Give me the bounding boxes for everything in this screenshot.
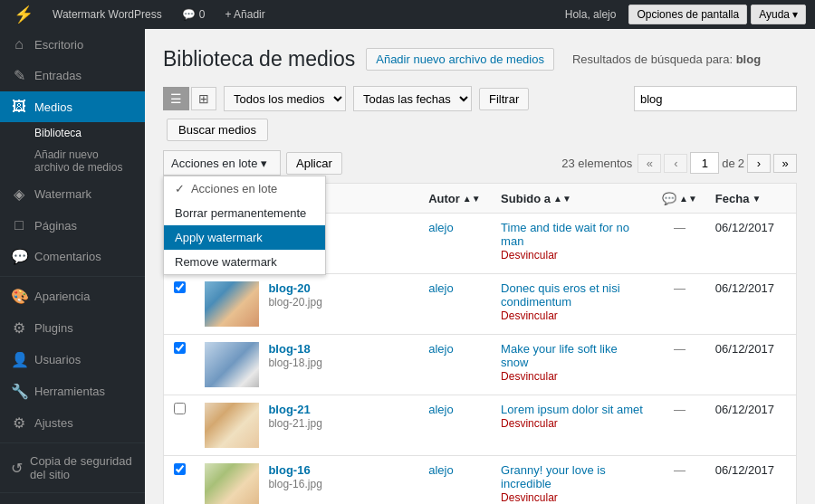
apply-bulk-action-button[interactable]: Aplicar	[286, 152, 342, 175]
sidebar-item-escritorio[interactable]: ⌂ Escritorio	[0, 29, 145, 60]
sidebar-item-comentarios[interactable]: 💬 Comentarios	[0, 241, 145, 272]
bulk-actions-menu: ✓ Acciones en lote Borrar permanentement…	[163, 176, 326, 275]
sort-comments-link[interactable]: 💬 ▲▼	[662, 192, 697, 205]
adminbar-add[interactable]: + Añadir	[216, 0, 273, 29]
row-parent-cell: Time and tide wait for no man Desvincula…	[492, 214, 653, 274]
author-link[interactable]: alejo	[428, 342, 453, 356]
adminbar-site[interactable]: Watermark WordPress	[43, 0, 171, 29]
screen-options-button[interactable]: Opciones de pantalla	[628, 5, 747, 24]
page-header: Biblioteca de medios Añadir nuevo archiv…	[163, 47, 797, 71]
search-media-button[interactable]: Buscar medios	[167, 119, 268, 141]
sidebar-item-ajustes[interactable]: ⚙ Ajustes	[0, 407, 145, 439]
help-button[interactable]: Ayuda ▾	[751, 5, 806, 24]
row-checkbox[interactable]	[174, 342, 186, 354]
last-page-button[interactable]: »	[773, 154, 797, 173]
search-keyword: blog	[736, 52, 761, 66]
sidebar-item-label: Watermark	[34, 187, 91, 201]
author-link[interactable]: alejo	[428, 463, 453, 477]
bulk-action-item-acciones[interactable]: ✓ Acciones en lote	[164, 176, 325, 201]
table-row: blog-18 blog-18.jpg alejo Make your life…	[164, 335, 797, 395]
desvincular-link[interactable]: Desvincular	[501, 370, 558, 383]
row-date-cell: 06/12/2017	[706, 395, 797, 456]
grid-view-button[interactable]: ⊞	[191, 87, 216, 110]
bulk-action-item-borrar[interactable]: Borrar permanentemente	[164, 201, 325, 225]
sort-autor-link[interactable]: Autor ▲▼	[428, 192, 483, 205]
desvincular-link[interactable]: Desvincular	[501, 309, 558, 322]
sidebar-item-medios[interactable]: 🖼 Medios	[0, 91, 145, 122]
parent-title-link[interactable]: Lorem ipsum dolor sit amet	[501, 403, 643, 416]
col-autor: Autor ▲▼	[419, 184, 492, 214]
bulk-actions-select[interactable]: Acciones en lote ▾	[163, 150, 281, 176]
author-link[interactable]: alejo	[428, 281, 453, 295]
sort-icon-3: ▲▼	[679, 194, 697, 204]
media-name-link[interactable]: blog-18	[268, 342, 310, 356]
row-comments-cell: —	[653, 214, 706, 274]
desvincular-link[interactable]: Desvincular	[501, 491, 558, 504]
wp-logo[interactable]: ⚡	[9, 0, 38, 29]
next-page-button[interactable]: ›	[747, 154, 771, 173]
bulk-action-item-apply-watermark[interactable]: Apply watermark	[164, 225, 325, 250]
desvincular-link[interactable]: Desvincular	[501, 417, 558, 430]
media-name-link[interactable]: blog-20	[268, 281, 310, 295]
sidebar-item-usuarios[interactable]: 👤 Usuarios	[0, 344, 145, 376]
sort-subido-link[interactable]: Subido a ▲▼	[501, 192, 644, 205]
row-author-cell: alejo	[419, 456, 492, 505]
list-view-button[interactable]: ☰	[163, 87, 189, 110]
row-parent-cell: Lorem ipsum dolor sit amet Desvincular	[492, 395, 653, 456]
row-checkbox-cell	[164, 456, 197, 505]
sidebar-subitem-biblioteca[interactable]: Biblioteca	[0, 122, 145, 144]
row-checkbox[interactable]	[174, 281, 186, 293]
parent-title-link[interactable]: Make your life soft like snow	[501, 342, 618, 369]
filter-button[interactable]: Filtrar	[479, 88, 529, 110]
bulk-action-item-remove-watermark[interactable]: Remove watermark	[164, 250, 325, 274]
media-filename: blog-21.jpg	[268, 417, 321, 430]
backup-icon: ↺	[11, 460, 23, 477]
filter-media-select[interactable]: Todos los medios	[224, 86, 346, 111]
page-of-text: de	[722, 157, 734, 170]
row-checkbox[interactable]	[174, 403, 186, 414]
collapse-menu-button[interactable]: ◄ Cerrar menú	[0, 497, 145, 504]
sidebar-item-plugins[interactable]: ⚙ Plugins	[0, 312, 145, 344]
media-name-link[interactable]: blog-21	[268, 403, 310, 416]
author-link[interactable]: alejo	[428, 403, 453, 416]
row-media-cell: blog-21 blog-21.jpg	[196, 395, 419, 456]
prev-page-button[interactable]: ‹	[664, 154, 687, 173]
media-name-link[interactable]: blog-16	[268, 463, 310, 477]
row-comments-cell: —	[653, 335, 706, 395]
row-comments-cell: —	[653, 274, 706, 335]
sidebar-subitem-nuevo-medio[interactable]: Añadir nuevo archivo de medios	[0, 144, 145, 178]
first-page-button[interactable]: «	[638, 154, 661, 173]
sidebar-item-label: Ajustes	[34, 416, 73, 430]
menu-divider-2	[0, 442, 145, 443]
row-comments-cell: —	[653, 395, 706, 456]
sidebar-item-label: Usuarios	[34, 353, 81, 366]
row-checkbox[interactable]	[174, 463, 186, 475]
sidebar-item-copia[interactable]: ↺ Copia de seguridad del sitio	[0, 447, 145, 489]
media-thumbnail	[205, 342, 259, 387]
adminbar-messages-count: 0	[199, 8, 206, 21]
col-comments: 💬 ▲▼	[653, 184, 706, 214]
sidebar-item-paginas[interactable]: □ Páginas	[0, 210, 145, 241]
sidebar-item-watermark[interactable]: ◈ Watermark	[0, 178, 145, 210]
parent-title-link[interactable]: Time and tide wait for no man	[501, 221, 629, 248]
search-input[interactable]	[634, 86, 797, 111]
chevron-down-icon: ▾	[792, 8, 798, 21]
sidebar-item-entradas[interactable]: ✎ Entradas	[0, 60, 145, 91]
check-icon: ✓	[175, 182, 185, 195]
desvincular-link[interactable]: Desvincular	[501, 249, 558, 262]
row-parent-cell: Granny! your love is incredible Desvincu…	[492, 456, 653, 505]
sidebar-item-herramientas[interactable]: 🔧 Herramientas	[0, 376, 145, 407]
bulk-actions-label: Acciones en lote	[171, 157, 257, 170]
sidebar-item-apariencia[interactable]: 🎨 Apariencia	[0, 281, 145, 312]
adminbar-comments[interactable]: 💬 0	[173, 0, 215, 29]
filter-date-select[interactable]: Todas las fechas	[353, 86, 472, 111]
tools-icon: 🔧	[11, 383, 27, 400]
author-link[interactable]: alejo	[428, 221, 453, 234]
parent-title-link[interactable]: Donec quis eros et nisi condimentum	[501, 281, 620, 309]
home-icon: ⌂	[11, 36, 27, 52]
sort-fecha-link[interactable]: Fecha ▼	[715, 192, 787, 205]
current-page-input[interactable]	[690, 152, 719, 174]
comments-icon: 💬	[11, 248, 27, 265]
add-new-media-button[interactable]: Añadir nuevo archivo de medios	[366, 48, 554, 71]
parent-title-link[interactable]: Granny! your love is incredible	[501, 463, 606, 490]
